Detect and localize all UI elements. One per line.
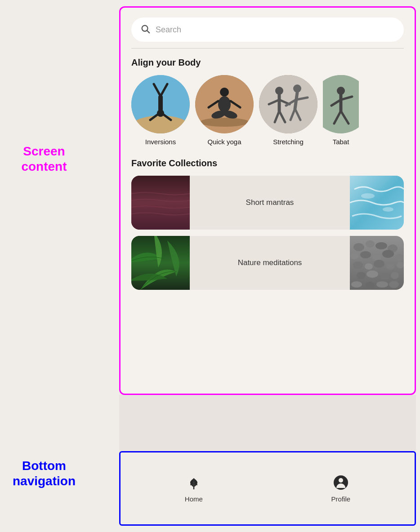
circle-img-quick-yoga [195,75,254,133]
svg-point-63 [380,273,390,279]
svg-point-11 [200,118,249,127]
svg-point-66 [366,282,375,289]
svg-point-58 [374,260,384,268]
svg-point-12 [220,88,229,97]
circle-label-stretching: Stretching [273,138,304,146]
screen-content-box: Search Align your Body [119,6,416,395]
circle-label-quick-yoga: Quick yoga [207,138,241,146]
collection-row-mantras: Short mantras [121,176,415,230]
home-label: Home [185,495,203,503]
thumb-nature-right [350,236,404,290]
circle-label-tabata: Tabat [333,138,349,146]
circles-row: Inversions [121,75,415,146]
svg-point-57 [365,263,373,270]
collection-name-mantras: Short mantras [190,198,350,207]
thumb-nature-left [131,236,190,290]
collection-card-mantras[interactable]: Short mantras [131,176,404,230]
thumb-mantras-left [131,176,190,230]
svg-point-62 [366,270,378,278]
profile-icon [333,474,349,492]
search-placeholder: Search [156,25,395,35]
search-bar[interactable]: Search [131,18,404,42]
circle-img-stretching [259,75,317,133]
svg-point-59 [386,263,395,270]
svg-point-64 [391,272,399,279]
svg-point-53 [372,254,381,261]
profile-label: Profile [331,495,351,503]
svg-point-47 [353,243,364,251]
svg-point-65 [351,281,362,288]
search-divider [131,48,404,49]
circle-item-inversions[interactable]: Inversions [131,75,190,146]
svg-point-54 [382,250,394,258]
circle-img-inversions [131,75,190,133]
bottom-nav-box: Home Profile [119,451,416,526]
svg-rect-45 [131,236,190,290]
thumb-mantras-right [350,176,404,230]
collection-card-nature[interactable]: Nature meditations [131,236,404,290]
circle-item-stretching[interactable]: Stretching [259,75,317,146]
search-icon [140,24,150,35]
svg-rect-40 [131,176,190,230]
circle-item-quick-yoga[interactable]: Quick yoga [195,75,254,146]
align-section-title: Align your Body [131,58,404,68]
svg-point-55 [395,254,403,261]
svg-point-61 [357,272,366,279]
svg-point-49 [375,242,387,249]
svg-point-43 [361,193,375,199]
home-icon [186,474,202,492]
svg-point-56 [353,262,363,269]
svg-point-51 [350,253,358,259]
svg-point-13 [218,96,231,112]
nav-item-home[interactable]: Home [185,474,203,503]
svg-line-1 [147,31,149,33]
circle-item-tabata[interactable]: Tabat [323,75,359,146]
collection-row-nature: Nature meditations [121,236,415,290]
svg-point-44 [383,207,393,212]
svg-point-48 [366,240,375,248]
circle-img-tabata [323,75,359,133]
svg-rect-5 [158,95,163,112]
svg-point-52 [360,251,371,258]
favorites-section-title: Favorite Collections [131,158,404,168]
bottom-area [119,395,416,456]
circle-label-inversions: Inversions [145,138,176,146]
nav-item-profile[interactable]: Profile [331,474,351,503]
svg-point-67 [376,281,388,288]
bottom-navigation-label: Bottom navigation [8,458,80,488]
svg-point-60 [397,262,404,268]
svg-point-71 [339,478,343,483]
svg-point-68 [389,281,399,288]
collection-name-nature: Nature meditations [190,258,350,267]
screen-content-label: Screen content [8,144,80,174]
